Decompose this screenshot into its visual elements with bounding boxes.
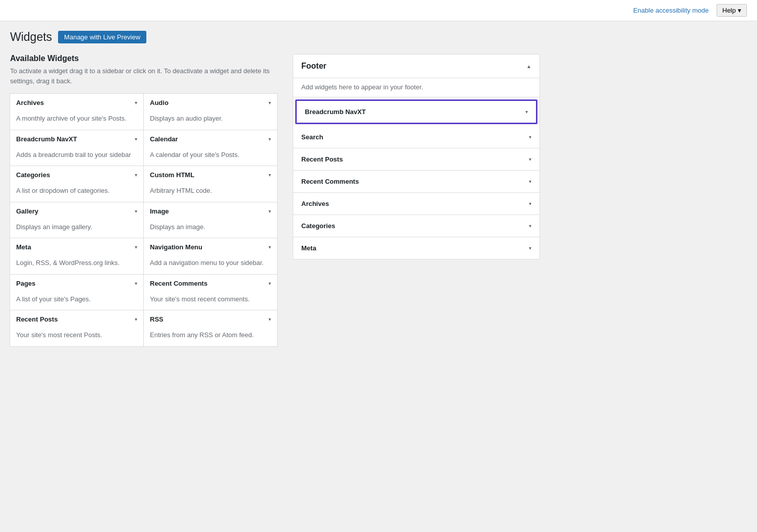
widget-name: Recent Comments bbox=[150, 280, 207, 287]
widget-chevron-icon: ▾ bbox=[268, 100, 271, 105]
footer-widget-name: Categories bbox=[301, 222, 335, 230]
widget-description: Adds a breadcrumb trail to your sidebar bbox=[10, 148, 143, 166]
widget-header[interactable]: Navigation Menu ▾ bbox=[144, 238, 277, 256]
footer-widget-item[interactable]: Recent Posts ▾ bbox=[293, 148, 539, 171]
widget-item: Gallery ▾ Displays an image gallery. bbox=[10, 202, 144, 239]
widget-description: A list of your site's Pages. bbox=[10, 292, 143, 310]
widget-item: Audio ▾ Displays an audio player. bbox=[143, 93, 278, 130]
widget-item: Breadcrumb NavXT ▾ Adds a breadcrumb tra… bbox=[10, 130, 144, 167]
widget-name: Breadcrumb NavXT bbox=[16, 135, 77, 143]
widget-name: Audio bbox=[150, 99, 169, 107]
widget-header[interactable]: Pages ▾ bbox=[10, 275, 143, 292]
widget-name: Navigation Menu bbox=[150, 243, 202, 251]
footer-widget-item[interactable]: Breadcrumb NavXT ▾ bbox=[295, 99, 537, 124]
widget-name: Pages bbox=[16, 280, 35, 287]
widget-header[interactable]: Image ▾ bbox=[144, 202, 277, 220]
widget-name: Image bbox=[150, 207, 169, 215]
widget-item: Pages ▾ A list of your site's Pages. bbox=[10, 274, 144, 311]
widget-item: Archives ▾ A monthly archive of your sit… bbox=[10, 93, 144, 130]
footer-panel: Footer ▲ Add widgets here to appear in y… bbox=[293, 54, 540, 259]
widget-name: Categories bbox=[16, 171, 50, 179]
widget-chevron-icon: ▾ bbox=[268, 244, 271, 250]
widget-item: Recent Posts ▾ Your site's most recent P… bbox=[10, 310, 144, 347]
widget-header[interactable]: Calendar ▾ bbox=[144, 130, 277, 148]
footer-collapse-icon[interactable]: ▲ bbox=[526, 64, 531, 69]
widget-description: Displays an audio player. bbox=[144, 112, 277, 130]
footer-widgets-list: Breadcrumb NavXT ▾ Search ▾ Recent Posts… bbox=[293, 99, 539, 259]
footer-widget-chevron-icon: ▾ bbox=[529, 179, 531, 184]
widget-header[interactable]: Custom HTML ▾ bbox=[144, 166, 277, 184]
footer-widget-chevron-icon: ▾ bbox=[529, 201, 531, 206]
footer-title: Footer bbox=[301, 62, 327, 71]
page-title: Widgets bbox=[10, 30, 52, 44]
widget-name: RSS bbox=[150, 315, 164, 323]
widget-header[interactable]: RSS ▾ bbox=[144, 310, 277, 328]
widgets-grid: Archives ▾ A monthly archive of your sit… bbox=[10, 94, 278, 347]
footer-widget-name: Search bbox=[301, 133, 323, 141]
help-chevron-icon: ▾ bbox=[738, 7, 741, 14]
footer-widget-name: Breadcrumb NavXT bbox=[305, 108, 366, 116]
widget-description: Entries from any RSS or Atom feed. bbox=[144, 328, 277, 346]
footer-widget-name: Recent Comments bbox=[301, 178, 359, 185]
top-bar: Enable accessibility mode Help ▾ bbox=[0, 0, 757, 21]
footer-widget-chevron-icon: ▾ bbox=[525, 109, 528, 115]
widget-chevron-icon: ▾ bbox=[135, 136, 137, 142]
widget-description: Login, RSS, & WordPress.org links. bbox=[10, 256, 143, 274]
widget-chevron-icon: ▾ bbox=[135, 100, 137, 105]
footer-widget-chevron-icon: ▾ bbox=[529, 223, 531, 229]
widget-name: Archives bbox=[16, 99, 44, 107]
footer-description: Add widgets here to appear in your foote… bbox=[293, 78, 539, 97]
widget-item: Calendar ▾ A calendar of your site's Pos… bbox=[143, 130, 278, 167]
footer-widget-item[interactable]: Recent Comments ▾ bbox=[293, 171, 539, 193]
widget-item: RSS ▾ Entries from any RSS or Atom feed. bbox=[143, 310, 278, 347]
widget-chevron-icon: ▾ bbox=[135, 172, 137, 178]
main-content: Available Widgets To activate a widget d… bbox=[0, 44, 757, 357]
available-widgets-panel: Available Widgets To activate a widget d… bbox=[10, 54, 278, 347]
widget-header[interactable]: Categories ▾ bbox=[10, 166, 143, 184]
widget-item: Categories ▾ A list or dropdown of categ… bbox=[10, 166, 144, 202]
widget-item: Custom HTML ▾ Arbitrary HTML code. bbox=[143, 166, 278, 202]
widget-chevron-icon: ▾ bbox=[135, 316, 137, 322]
manage-live-preview-button[interactable]: Manage with Live Preview bbox=[58, 31, 146, 43]
widget-item: Meta ▾ Login, RSS, & WordPress.org links… bbox=[10, 238, 144, 275]
widget-name: Calendar bbox=[150, 135, 178, 143]
widget-name: Custom HTML bbox=[150, 171, 194, 179]
widget-description: A calendar of your site's Posts. bbox=[144, 148, 277, 166]
help-button[interactable]: Help ▾ bbox=[717, 4, 747, 17]
widget-chevron-icon: ▾ bbox=[135, 208, 137, 214]
footer-widget-item[interactable]: Search ▾ bbox=[293, 126, 539, 148]
footer-widget-item[interactable]: Meta ▾ bbox=[293, 237, 539, 259]
widget-header[interactable]: Breadcrumb NavXT ▾ bbox=[10, 130, 143, 148]
footer-widget-chevron-icon: ▾ bbox=[529, 134, 531, 140]
footer-widget-name: Meta bbox=[301, 244, 316, 252]
widget-item: Image ▾ Displays an image. bbox=[143, 202, 278, 239]
widget-chevron-icon: ▾ bbox=[268, 281, 271, 286]
widget-description: Your site's most recent comments. bbox=[144, 292, 277, 310]
footer-widget-item[interactable]: Archives ▾ bbox=[293, 193, 539, 215]
footer-widget-item[interactable]: Categories ▾ bbox=[293, 215, 539, 237]
widget-header[interactable]: Gallery ▾ bbox=[10, 202, 143, 220]
widget-header[interactable]: Meta ▾ bbox=[10, 238, 143, 256]
widget-chevron-icon: ▾ bbox=[268, 208, 271, 214]
widget-header[interactable]: Archives ▾ bbox=[10, 94, 143, 112]
widget-description: Arbitrary HTML code. bbox=[144, 184, 277, 202]
widget-chevron-icon: ▾ bbox=[135, 281, 137, 286]
widget-chevron-icon: ▾ bbox=[268, 136, 271, 142]
widget-header[interactable]: Recent Posts ▾ bbox=[10, 310, 143, 328]
help-label: Help bbox=[722, 7, 736, 14]
widget-description: A list or dropdown of categories. bbox=[10, 184, 143, 202]
widget-description: Displays an image gallery. bbox=[10, 220, 143, 238]
accessibility-link[interactable]: Enable accessibility mode bbox=[633, 7, 709, 14]
footer-widget-name: Archives bbox=[301, 200, 329, 207]
footer-widget-chevron-icon: ▾ bbox=[529, 245, 531, 251]
footer-panel-container: Footer ▲ Add widgets here to appear in y… bbox=[293, 54, 540, 259]
widget-header[interactable]: Audio ▾ bbox=[144, 94, 277, 112]
widget-header[interactable]: Recent Comments ▾ bbox=[144, 275, 277, 292]
widget-description: Add a navigation menu to your sidebar. bbox=[144, 256, 277, 274]
widget-chevron-icon: ▾ bbox=[268, 316, 271, 322]
widget-name: Meta bbox=[16, 243, 31, 251]
footer-header: Footer ▲ bbox=[293, 55, 539, 78]
footer-widget-chevron-icon: ▾ bbox=[529, 156, 531, 162]
widget-name: Gallery bbox=[16, 207, 38, 215]
available-widgets-title: Available Widgets bbox=[10, 54, 278, 63]
